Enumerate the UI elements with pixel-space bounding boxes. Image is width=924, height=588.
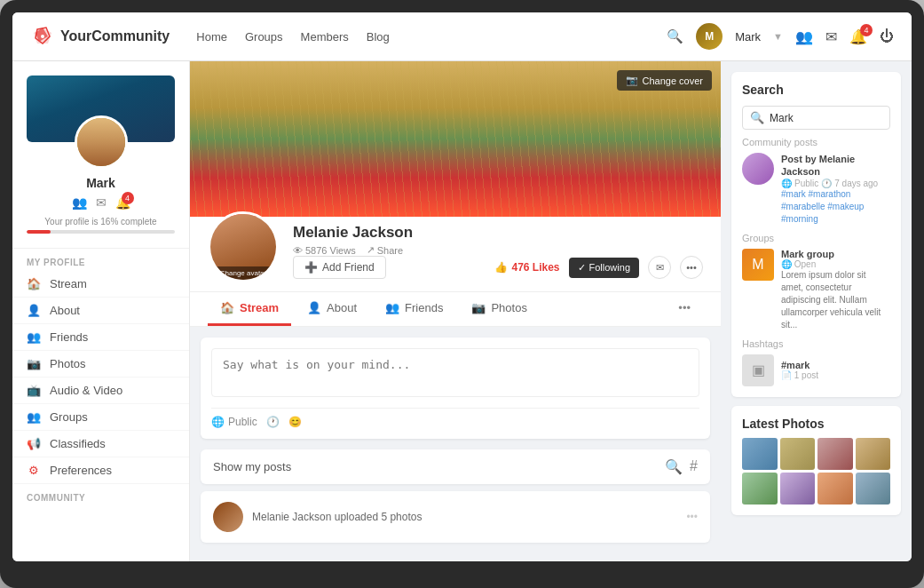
more-button[interactable]: ••• [680, 256, 703, 279]
nav-members[interactable]: Members [301, 30, 349, 44]
nav-right: 🔍 M Mark ▼ 👥 ✉ 🔔 4 ⏻ [667, 23, 894, 50]
photo-thumb-6[interactable] [780, 473, 816, 505]
cp-meta: 🌐 Public 🕐 7 days ago [781, 179, 890, 188]
emoji-option[interactable]: 😊 [288, 416, 302, 428]
following-button[interactable]: ✓ Following [569, 258, 639, 278]
public-option[interactable]: 🌐 Public [211, 416, 257, 428]
tab-friends[interactable]: 👥 Friends [373, 292, 455, 326]
profile-stats: 👁 5876 Views ↗ Share [293, 244, 413, 256]
notification-badge: 4 [860, 24, 873, 36]
hashtag-posts-icon[interactable]: # [690, 458, 698, 475]
share-icon: ↗ [367, 244, 375, 256]
search-box: 🔍 [742, 106, 890, 130]
share-stat[interactable]: ↗ Share [367, 244, 403, 256]
nav-home[interactable]: Home [196, 30, 227, 44]
change-cover-label: Change cover [643, 75, 704, 86]
sidebar-item-video[interactable]: 📺 Audio & Video [12, 377, 189, 404]
camera-icon: 📷 [626, 75, 638, 86]
profile-details: Melanie Jackson 👁 5876 Views ↗ Share [293, 224, 413, 282]
group-avatar: M [742, 249, 774, 281]
hashtags-label: Hashtags [742, 338, 890, 349]
add-friend-button[interactable]: ➕ Add Friend [293, 256, 386, 279]
search-posts-icon[interactable]: 🔍 [665, 458, 683, 475]
progress-bar-fill [27, 230, 51, 234]
sidebar-profile-name: Mark [27, 176, 175, 190]
views-stat: 👁 5876 Views [293, 245, 356, 256]
profile-info-left: Change avatar Melanie Jackson 👁 5876 Vie… [208, 224, 413, 282]
nav-message-icon[interactable]: ✉ [825, 28, 837, 45]
sidebar-item-classifieds[interactable]: 📢 Classifieds [12, 431, 189, 457]
sidebar-item-groups[interactable]: 👥 Groups [12, 404, 189, 431]
sidebar-friends-icon[interactable]: 👥 [72, 195, 87, 210]
profile-tabs: 🏠 Stream 👤 About 👥 Friends 📷 Photos [190, 292, 721, 327]
photo-thumb-7[interactable] [817, 473, 853, 505]
latest-photos-title: Latest Photos [742, 417, 890, 431]
profile-info-bar: Change avatar Melanie Jackson 👁 5876 Vie… [190, 217, 721, 292]
photo-thumb-4[interactable] [856, 438, 891, 470]
sidebar-classifieds-label: Classifieds [50, 437, 106, 450]
sidebar-item-friends[interactable]: 👥 Friends [12, 324, 189, 351]
show-posts-icons: 🔍 # [665, 458, 698, 475]
group-status: 🌐 Open [781, 259, 890, 269]
svg-point-0 [41, 35, 44, 38]
nav-notification-icon[interactable]: 🔔 4 [849, 28, 867, 45]
photo-thumb-2[interactable] [780, 438, 816, 470]
my-profile-label: MY PROFILE [12, 249, 189, 271]
cp-avatar [742, 153, 774, 185]
search-input[interactable] [770, 112, 903, 124]
nav-avatar: M [696, 23, 723, 50]
message-button[interactable]: ✉ [648, 256, 671, 279]
friends-tab-icon: 👥 [385, 301, 399, 314]
profile-avatar-mini[interactable] [75, 115, 128, 169]
cp-title: Post by Melanie Jackson [781, 153, 890, 179]
nav-blog[interactable]: Blog [367, 30, 390, 44]
sidebar-stream-label: Stream [50, 277, 87, 290]
group-name: Mark group [781, 249, 890, 259]
photo-thumb-3[interactable] [817, 438, 853, 470]
tab-more[interactable]: ••• [666, 292, 703, 326]
tab-about[interactable]: 👤 About [295, 292, 369, 326]
photo-thumb-5[interactable] [742, 473, 778, 505]
change-cover-button[interactable]: 📷 Change cover [617, 70, 713, 91]
sidebar-item-preferences[interactable]: ⚙ Preferences [12, 457, 189, 484]
sidebar-photos-label: Photos [50, 357, 85, 370]
group-desc: Lorem ipsum dolor sit amet, consectetur … [781, 269, 890, 331]
cp-tags: #mark #marathon #marabelle #makeup #morn… [781, 188, 890, 226]
sidebar-message-icon[interactable]: ✉ [96, 195, 107, 210]
tab-photos[interactable]: 📷 Photos [459, 292, 539, 326]
nav-user-name[interactable]: Mark [735, 30, 761, 44]
sidebar-item-photos[interactable]: 📷 Photos [12, 351, 189, 377]
change-avatar-label: Change avatar [210, 266, 276, 280]
post-input[interactable] [211, 348, 699, 397]
hashtag-name: #mark [781, 360, 818, 370]
photo-thumb-1[interactable] [742, 438, 778, 470]
logo[interactable]: YourCommunity [30, 24, 170, 49]
hashtag-details: #mark 📄 1 post [781, 360, 818, 380]
stream-icon: 🏠 [27, 277, 41, 290]
feed-item: Melanie Jackson uploaded 5 photos ••• [201, 491, 710, 543]
nav-groups[interactable]: Groups [245, 30, 283, 44]
cp-details: Post by Melanie Jackson 🌐 Public 🕐 7 day… [781, 153, 890, 226]
sidebar-notification-icon[interactable]: 🔔 4 [115, 195, 130, 210]
classifieds-icon: 📢 [27, 437, 41, 450]
search-icon[interactable]: 🔍 [667, 28, 683, 44]
sidebar-item-about[interactable]: 👤 About [12, 298, 189, 324]
nav-power-icon[interactable]: ⏻ [880, 28, 894, 44]
profile-main-name: Melanie Jackson [293, 224, 413, 242]
profile-section: Mark 👥 ✉ 🔔 4 Your profile is 16% complet… [12, 61, 189, 249]
tab-stream[interactable]: 🏠 Stream [208, 292, 291, 326]
sidebar-prefs-label: Preferences [50, 464, 112, 477]
schedule-option[interactable]: 🕐 [266, 416, 280, 428]
eye-icon: 👁 [293, 245, 303, 256]
sidebar-item-stream[interactable]: 🏠 Stream [12, 271, 189, 298]
show-posts-button[interactable]: Show my posts [213, 460, 291, 473]
photo-thumb-8[interactable] [856, 473, 891, 505]
group-icon: M [752, 257, 763, 273]
groups-label: Groups [742, 233, 890, 243]
groups-icon: 👥 [27, 410, 41, 424]
feed-more-icon[interactable]: ••• [686, 511, 698, 523]
post-box-footer: 🌐 Public 🕐 😊 [211, 408, 699, 428]
nav-people-icon[interactable]: 👥 [795, 28, 813, 45]
profile-avatar-main[interactable]: Change avatar [208, 211, 279, 282]
left-sidebar: Mark 👥 ✉ 🔔 4 Your profile is 16% complet… [12, 61, 190, 561]
